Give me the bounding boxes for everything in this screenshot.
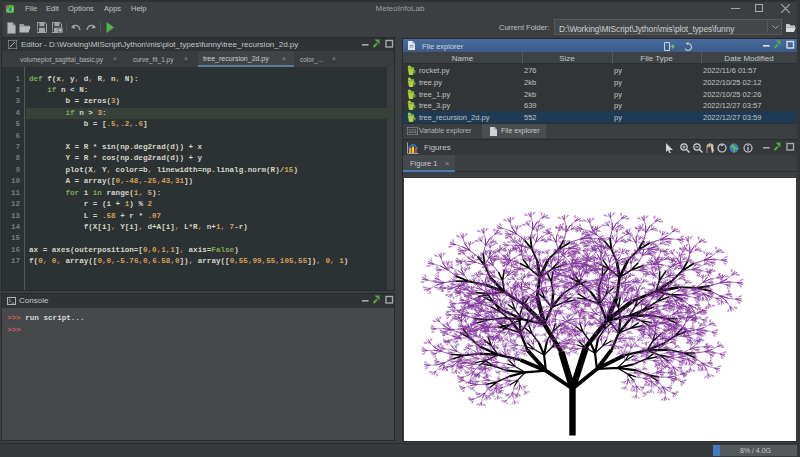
svg-text:101: 101 — [408, 128, 417, 134]
